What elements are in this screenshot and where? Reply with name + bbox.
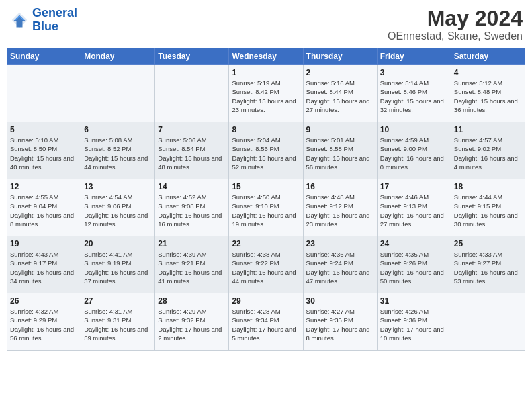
calendar-cell [155, 65, 229, 122]
day-info: Sunrise: 4:38 AM Sunset: 9:22 PM Dayligh… [232, 250, 300, 285]
calendar-cell: 10Sunrise: 4:59 AM Sunset: 9:00 PM Dayli… [377, 122, 451, 179]
day-info: Sunrise: 4:36 AM Sunset: 9:24 PM Dayligh… [306, 250, 374, 285]
day-number: 10 [380, 125, 448, 134]
day-of-week-header: Sunday [7, 48, 81, 65]
day-info: Sunrise: 5:19 AM Sunset: 8:42 PM Dayligh… [232, 79, 300, 114]
calendar-cell: 1Sunrise: 5:19 AM Sunset: 8:42 PM Daylig… [229, 65, 303, 122]
calendar-cell: 17Sunrise: 4:46 AM Sunset: 9:13 PM Dayli… [377, 179, 451, 236]
day-number: 6 [84, 125, 152, 134]
calendar-week-row: 5Sunrise: 5:10 AM Sunset: 8:50 PM Daylig… [7, 122, 525, 179]
location: OEnnestad, Skane, Sweden [388, 30, 523, 42]
day-info: Sunrise: 4:48 AM Sunset: 9:12 PM Dayligh… [306, 193, 374, 228]
day-of-week-header: Saturday [451, 48, 525, 65]
calendar-cell: 5Sunrise: 5:10 AM Sunset: 8:50 PM Daylig… [7, 122, 81, 179]
calendar-cell [81, 65, 155, 122]
calendar-cell: 14Sunrise: 4:52 AM Sunset: 9:08 PM Dayli… [155, 179, 229, 236]
day-number: 2 [306, 68, 374, 77]
calendar-cell: 9Sunrise: 5:01 AM Sunset: 8:58 PM Daylig… [303, 122, 377, 179]
day-info: Sunrise: 5:08 AM Sunset: 8:52 PM Dayligh… [84, 136, 152, 171]
day-info: Sunrise: 4:31 AM Sunset: 9:31 PM Dayligh… [84, 307, 152, 342]
calendar-cell: 8Sunrise: 5:04 AM Sunset: 8:56 PM Daylig… [229, 122, 303, 179]
calendar-cell [7, 65, 81, 122]
day-info: Sunrise: 5:10 AM Sunset: 8:50 PM Dayligh… [10, 136, 78, 171]
day-info: Sunrise: 4:46 AM Sunset: 9:13 PM Dayligh… [380, 193, 448, 228]
calendar-week-row: 12Sunrise: 4:55 AM Sunset: 9:04 PM Dayli… [7, 179, 525, 236]
day-number: 22 [232, 239, 300, 248]
day-info: Sunrise: 4:52 AM Sunset: 9:08 PM Dayligh… [158, 193, 226, 228]
day-info: Sunrise: 5:14 AM Sunset: 8:46 PM Dayligh… [380, 79, 448, 114]
day-info: Sunrise: 4:44 AM Sunset: 9:15 PM Dayligh… [454, 193, 522, 228]
day-info: Sunrise: 4:35 AM Sunset: 9:26 PM Dayligh… [380, 250, 448, 285]
day-info: Sunrise: 4:43 AM Sunset: 9:17 PM Dayligh… [10, 250, 78, 285]
calendar-cell: 26Sunrise: 4:32 AM Sunset: 9:29 PM Dayli… [7, 293, 81, 351]
calendar-header-row: SundayMondayTuesdayWednesdayThursdayFrid… [7, 48, 525, 65]
day-number: 13 [84, 182, 152, 191]
day-info: Sunrise: 4:32 AM Sunset: 9:29 PM Dayligh… [10, 307, 78, 342]
day-of-week-header: Thursday [303, 48, 377, 65]
day-info: Sunrise: 4:55 AM Sunset: 9:04 PM Dayligh… [10, 193, 78, 228]
calendar-cell: 2Sunrise: 5:16 AM Sunset: 8:44 PM Daylig… [303, 65, 377, 122]
logo-general: General [32, 6, 77, 19]
calendar-cell: 13Sunrise: 4:54 AM Sunset: 9:06 PM Dayli… [81, 179, 155, 236]
day-number: 9 [306, 125, 374, 134]
calendar-week-row: 26Sunrise: 4:32 AM Sunset: 9:29 PM Dayli… [7, 293, 525, 351]
month-year: May 2024 [388, 7, 523, 30]
day-info: Sunrise: 5:12 AM Sunset: 8:48 PM Dayligh… [454, 79, 522, 114]
page-header: General Blue May 2024 OEnnestad, Skane, … [7, 7, 525, 42]
day-number: 3 [380, 68, 448, 77]
calendar-cell: 24Sunrise: 4:35 AM Sunset: 9:26 PM Dayli… [377, 236, 451, 293]
day-number: 30 [306, 296, 374, 306]
day-number: 28 [158, 296, 226, 306]
day-info: Sunrise: 5:16 AM Sunset: 8:44 PM Dayligh… [306, 79, 374, 114]
calendar-cell: 19Sunrise: 4:43 AM Sunset: 9:17 PM Dayli… [7, 236, 81, 293]
calendar-cell: 16Sunrise: 4:48 AM Sunset: 9:12 PM Dayli… [303, 179, 377, 236]
title-block: May 2024 OEnnestad, Skane, Sweden [388, 7, 523, 42]
calendar-cell: 11Sunrise: 4:57 AM Sunset: 9:02 PM Dayli… [451, 122, 525, 179]
day-info: Sunrise: 5:01 AM Sunset: 8:58 PM Dayligh… [306, 136, 374, 171]
calendar-cell: 15Sunrise: 4:50 AM Sunset: 9:10 PM Dayli… [229, 179, 303, 236]
day-number: 16 [306, 182, 374, 191]
calendar-cell: 27Sunrise: 4:31 AM Sunset: 9:31 PM Dayli… [81, 293, 155, 351]
day-number: 12 [10, 182, 78, 191]
day-number: 11 [454, 125, 522, 134]
calendar-cell: 7Sunrise: 5:06 AM Sunset: 8:54 PM Daylig… [155, 122, 229, 179]
day-info: Sunrise: 4:54 AM Sunset: 9:06 PM Dayligh… [84, 193, 152, 228]
calendar-cell: 12Sunrise: 4:55 AM Sunset: 9:04 PM Dayli… [7, 179, 81, 236]
calendar-cell: 3Sunrise: 5:14 AM Sunset: 8:46 PM Daylig… [377, 65, 451, 122]
day-info: Sunrise: 4:26 AM Sunset: 9:36 PM Dayligh… [380, 307, 448, 342]
day-info: Sunrise: 5:06 AM Sunset: 8:54 PM Dayligh… [158, 136, 226, 171]
logo: General Blue [9, 7, 77, 34]
calendar-cell: 30Sunrise: 4:27 AM Sunset: 9:35 PM Dayli… [303, 293, 377, 351]
day-number: 8 [232, 125, 300, 134]
calendar-cell: 23Sunrise: 4:36 AM Sunset: 9:24 PM Dayli… [303, 236, 377, 293]
day-number: 14 [158, 182, 226, 191]
day-number: 5 [10, 125, 78, 134]
day-info: Sunrise: 4:50 AM Sunset: 9:10 PM Dayligh… [232, 193, 300, 228]
day-info: Sunrise: 4:27 AM Sunset: 9:35 PM Dayligh… [306, 307, 374, 342]
calendar-cell: 25Sunrise: 4:33 AM Sunset: 9:27 PM Dayli… [451, 236, 525, 293]
day-number: 26 [10, 296, 78, 306]
calendar-cell: 28Sunrise: 4:29 AM Sunset: 9:32 PM Dayli… [155, 293, 229, 351]
logo-blue: Blue [32, 19, 58, 33]
calendar-cell: 6Sunrise: 5:08 AM Sunset: 8:52 PM Daylig… [81, 122, 155, 179]
day-number: 25 [454, 239, 522, 248]
day-info: Sunrise: 4:59 AM Sunset: 9:00 PM Dayligh… [380, 136, 448, 171]
logo-icon [9, 10, 30, 30]
calendar-week-row: 19Sunrise: 4:43 AM Sunset: 9:17 PM Dayli… [7, 236, 525, 293]
day-info: Sunrise: 4:33 AM Sunset: 9:27 PM Dayligh… [454, 250, 522, 285]
day-info: Sunrise: 4:29 AM Sunset: 9:32 PM Dayligh… [158, 307, 226, 342]
day-number: 7 [158, 125, 226, 134]
calendar-cell: 22Sunrise: 4:38 AM Sunset: 9:22 PM Dayli… [229, 236, 303, 293]
day-number: 20 [84, 239, 152, 248]
day-of-week-header: Tuesday [155, 48, 229, 65]
day-number: 31 [380, 296, 448, 306]
day-info: Sunrise: 5:04 AM Sunset: 8:56 PM Dayligh… [232, 136, 300, 171]
calendar-cell: 4Sunrise: 5:12 AM Sunset: 8:48 PM Daylig… [451, 65, 525, 122]
calendar-cell: 21Sunrise: 4:39 AM Sunset: 9:21 PM Dayli… [155, 236, 229, 293]
calendar-cell: 29Sunrise: 4:28 AM Sunset: 9:34 PM Dayli… [229, 293, 303, 351]
day-info: Sunrise: 4:41 AM Sunset: 9:19 PM Dayligh… [84, 250, 152, 285]
calendar-cell: 18Sunrise: 4:44 AM Sunset: 9:15 PM Dayli… [451, 179, 525, 236]
day-number: 24 [380, 239, 448, 248]
day-number: 15 [232, 182, 300, 191]
day-info: Sunrise: 4:28 AM Sunset: 9:34 PM Dayligh… [232, 307, 300, 342]
